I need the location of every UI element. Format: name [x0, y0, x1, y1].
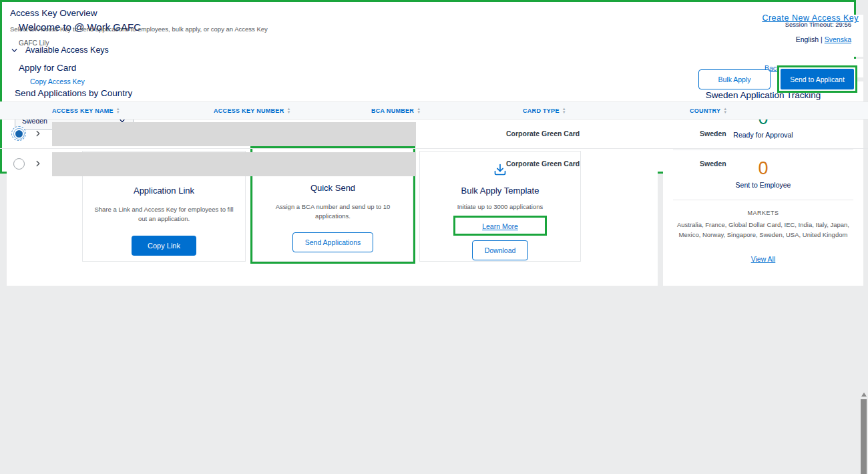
vertical-scrollbar[interactable]	[861, 393, 867, 474]
bulk-apply-title: Bulk Apply Template	[461, 186, 539, 196]
chevron-down-icon	[10, 46, 19, 55]
sort-icon: ▲▼	[417, 107, 421, 113]
markets-label: MARKETS	[663, 210, 863, 216]
sort-icon: ▲▼	[116, 107, 120, 113]
scrollbar-thumb[interactable]	[861, 399, 867, 474]
scrollbar-up-arrow[interactable]	[861, 393, 867, 397]
chevron-right-icon[interactable]	[33, 128, 43, 139]
country-cell: Sweden	[700, 130, 726, 138]
column-header-access-key-name[interactable]: ACCESS KEY NAME ▲▼	[52, 102, 120, 119]
column-header-access-key-number[interactable]: ACCESS KEY NUMBER ▲▼	[214, 102, 291, 119]
table-row[interactable]: Corporate Green Card Sweden	[0, 150, 856, 174]
sort-icon: ▲▼	[286, 107, 290, 113]
country-cell: Sweden	[700, 160, 726, 168]
access-key-table-header: ACCESS KEY NAME ▲▼ ACCESS KEY NUMBER ▲▼ …	[0, 101, 856, 120]
chevron-right-icon[interactable]	[33, 158, 43, 169]
redacted-access-key-data	[52, 152, 416, 174]
card-type-cell: Corporate Green Card	[506, 130, 580, 138]
sort-icon: ▲▼	[562, 107, 566, 113]
sent-to-employee-label: Sent to Employee	[663, 181, 863, 189]
available-access-keys-accordion[interactable]: Available Access Keys	[10, 45, 109, 55]
view-all-link[interactable]: View All	[751, 255, 776, 263]
divider	[673, 200, 853, 200]
send-to-applicant-highlight-box: Send to Applicant	[777, 65, 856, 93]
sort-icon: ▲▼	[723, 107, 727, 113]
bulk-apply-button[interactable]: Bulk Apply	[698, 69, 771, 89]
copy-link-button[interactable]: Copy Link	[132, 236, 196, 256]
program-name: GAFC Lily	[19, 39, 851, 47]
learn-more-link[interactable]: Learn More	[482, 222, 518, 230]
send-to-applicant-button[interactable]: Send to Applicant	[781, 69, 854, 89]
redacted-access-key-data	[52, 122, 416, 146]
learn-more-highlight-box: Learn More	[453, 216, 547, 236]
quick-send-description: Assign a BCA number and send up to 10 ap…	[263, 202, 403, 222]
language-current: English	[796, 35, 819, 43]
send-applications-button[interactable]: Send Applications	[292, 232, 373, 252]
application-link-title: Application Link	[134, 186, 194, 196]
table-row[interactable]: Corporate Green Card Sweden	[0, 120, 856, 149]
available-access-keys-label: Available Access Keys	[25, 45, 109, 55]
column-header-card-type[interactable]: CARD TYPE ▲▼	[523, 102, 566, 119]
application-link-description: Share a Link and Access Key for employee…	[94, 205, 234, 224]
markets-list: Australia, France, Global Dollar Card, I…	[672, 220, 854, 240]
access-key-overview-subtitle: Select an Access Key to send application…	[10, 25, 268, 33]
welcome-header: Welcome to @ Work GAFC GAFC Lily Session…	[7, 15, 863, 57]
language-switch-link[interactable]: Svenska	[825, 35, 851, 43]
language-divider: |	[821, 35, 823, 43]
page: Welcome to @ Work GAFC GAFC Lily Session…	[0, 0, 868, 474]
create-new-access-key-link[interactable]: Create New Access Key	[762, 13, 856, 23]
card-type-cell: Corporate Green Card	[506, 160, 580, 168]
quick-send-title: Quick Send	[310, 183, 355, 193]
row-radio-unselected[interactable]	[13, 158, 25, 170]
send-by-country-title: Send Applications by Country	[15, 88, 132, 98]
copy-access-key-link[interactable]: Copy Access Key	[30, 77, 85, 85]
download-button[interactable]: Download	[472, 240, 529, 260]
bulk-apply-description: Initiate up to 3000 applications	[430, 202, 570, 212]
row-radio-selected[interactable]	[11, 126, 26, 141]
column-header-bca-number[interactable]: BCA NUMBER ▲▼	[371, 102, 421, 119]
column-header-country[interactable]: COUNTRY ▲▼	[690, 102, 728, 119]
access-key-overview-title: Access Key Overview	[10, 8, 97, 18]
